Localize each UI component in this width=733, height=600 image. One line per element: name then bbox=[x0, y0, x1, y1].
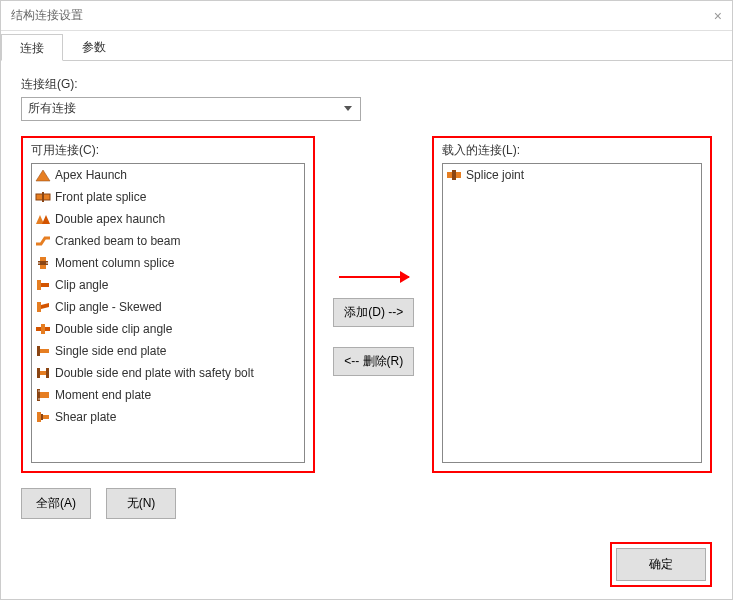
available-listbox[interactable]: Apex HaunchFront plate spliceDouble apex… bbox=[31, 163, 305, 463]
ok-highlight: 确定 bbox=[610, 542, 712, 587]
clip-icon bbox=[35, 278, 51, 292]
content: 连接组(G): 所有连接 可用连接(C): Apex HaunchFront p… bbox=[1, 61, 732, 534]
double-clip-icon bbox=[35, 322, 51, 336]
svg-point-23 bbox=[38, 390, 39, 391]
clip-skew-icon bbox=[35, 300, 51, 314]
column-splice-icon bbox=[35, 256, 51, 270]
apex-icon bbox=[35, 168, 51, 182]
end-plate-icon bbox=[35, 344, 51, 358]
svg-rect-10 bbox=[41, 283, 49, 287]
cranked-icon bbox=[35, 234, 51, 248]
svg-rect-19 bbox=[46, 368, 49, 378]
shear-icon bbox=[35, 410, 51, 424]
footer: 确定 bbox=[610, 542, 712, 587]
item-label: Double apex haunch bbox=[55, 212, 165, 226]
svg-marker-12 bbox=[41, 303, 49, 309]
titlebar: 结构连接设置 × bbox=[1, 1, 732, 31]
item-label: Clip angle - Skewed bbox=[55, 300, 162, 314]
svg-marker-4 bbox=[42, 215, 50, 224]
dialog-window: 结构连接设置 × 连接 参数 连接组(G): 所有连接 可用连接(C): Ape… bbox=[0, 0, 733, 600]
plate-icon bbox=[35, 190, 51, 204]
group-label: 连接组(G): bbox=[21, 76, 712, 93]
group-select[interactable]: 所有连接 bbox=[21, 97, 361, 121]
item-label: Single side end plate bbox=[55, 344, 166, 358]
svg-rect-25 bbox=[37, 412, 41, 422]
moment-end-icon bbox=[35, 388, 51, 402]
ok-button[interactable]: 确定 bbox=[616, 548, 706, 581]
item-label: Cranked beam to beam bbox=[55, 234, 180, 248]
item-label: Front plate splice bbox=[55, 190, 146, 204]
list-item[interactable]: Double side end plate with safety bolt bbox=[32, 362, 304, 384]
item-label: Moment column splice bbox=[55, 256, 174, 270]
middle-column: 添加(D) --> <-- 删除(R) bbox=[330, 136, 417, 376]
tab-connection[interactable]: 连接 bbox=[1, 34, 63, 61]
list-item[interactable]: Shear plate bbox=[32, 406, 304, 428]
list-item[interactable]: Splice joint bbox=[443, 164, 701, 186]
list-item[interactable]: Front plate splice bbox=[32, 186, 304, 208]
svg-rect-16 bbox=[37, 346, 40, 356]
item-label: Shear plate bbox=[55, 410, 116, 424]
svg-rect-9 bbox=[37, 280, 41, 290]
available-panel: 可用连接(C): Apex HaunchFront plate spliceDo… bbox=[21, 136, 315, 473]
svg-point-24 bbox=[38, 398, 39, 399]
double-end-icon bbox=[35, 366, 51, 380]
double-apex-icon bbox=[35, 212, 51, 226]
svg-rect-14 bbox=[36, 327, 41, 331]
svg-rect-26 bbox=[41, 414, 43, 420]
splice-icon bbox=[446, 168, 462, 182]
loaded-label: 载入的连接(L): bbox=[442, 142, 702, 159]
svg-point-8 bbox=[46, 262, 48, 264]
list-item[interactable]: Apex Haunch bbox=[32, 164, 304, 186]
group-row: 连接组(G): 所有连接 bbox=[21, 76, 712, 121]
svg-rect-2 bbox=[42, 192, 44, 202]
svg-point-7 bbox=[38, 262, 40, 264]
list-item[interactable]: Moment end plate bbox=[32, 384, 304, 406]
svg-rect-15 bbox=[45, 327, 50, 331]
list-item[interactable]: Single side end plate bbox=[32, 340, 304, 362]
tab-bar: 连接 参数 bbox=[1, 33, 732, 61]
svg-rect-20 bbox=[40, 371, 46, 375]
none-button[interactable]: 无(N) bbox=[106, 488, 176, 519]
svg-rect-17 bbox=[40, 349, 49, 353]
loaded-listbox[interactable]: Splice joint bbox=[442, 163, 702, 463]
available-label: 可用连接(C): bbox=[31, 142, 305, 159]
item-label: Double side end plate with safety bolt bbox=[55, 366, 254, 380]
close-icon[interactable]: × bbox=[714, 8, 722, 24]
list-item[interactable]: Clip angle - Skewed bbox=[32, 296, 304, 318]
svg-marker-0 bbox=[36, 170, 50, 181]
svg-rect-13 bbox=[41, 324, 45, 334]
tab-params[interactable]: 参数 bbox=[63, 33, 125, 60]
list-item[interactable]: Double side clip angle bbox=[32, 318, 304, 340]
svg-rect-22 bbox=[40, 392, 49, 398]
item-label: Double side clip angle bbox=[55, 322, 172, 336]
arrow-right-icon bbox=[339, 276, 409, 278]
panels: 可用连接(C): Apex HaunchFront plate spliceDo… bbox=[21, 136, 712, 473]
all-button[interactable]: 全部(A) bbox=[21, 488, 91, 519]
item-label: Apex Haunch bbox=[55, 168, 127, 182]
item-label: Splice joint bbox=[466, 168, 524, 182]
item-label: Moment end plate bbox=[55, 388, 151, 402]
add-button[interactable]: 添加(D) --> bbox=[333, 298, 414, 327]
list-item[interactable]: Double apex haunch bbox=[32, 208, 304, 230]
item-label: Clip angle bbox=[55, 278, 108, 292]
svg-rect-27 bbox=[43, 415, 49, 419]
svg-rect-18 bbox=[37, 368, 40, 378]
window-title: 结构连接设置 bbox=[11, 7, 83, 24]
remove-button[interactable]: <-- 删除(R) bbox=[333, 347, 414, 376]
list-item[interactable]: Moment column splice bbox=[32, 252, 304, 274]
list-item[interactable]: Cranked beam to beam bbox=[32, 230, 304, 252]
bottom-buttons: 全部(A) 无(N) bbox=[21, 488, 712, 519]
svg-rect-30 bbox=[452, 170, 456, 180]
loaded-panel: 载入的连接(L): Splice joint bbox=[432, 136, 712, 473]
list-item[interactable]: Clip angle bbox=[32, 274, 304, 296]
svg-rect-11 bbox=[37, 302, 41, 312]
group-selected-value: 所有连接 bbox=[28, 101, 76, 115]
